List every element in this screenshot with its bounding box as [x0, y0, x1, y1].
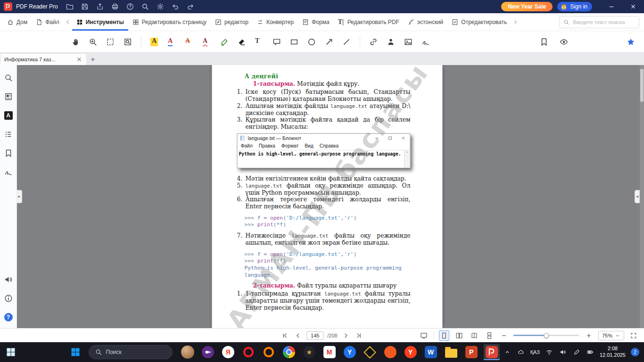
- menu-scroll-left-button[interactable]: [64, 16, 72, 28]
- close-window-button[interactable]: [622, 0, 644, 13]
- search-button[interactable]: [141, 2, 149, 11]
- undo-button[interactable]: [171, 2, 180, 11]
- expand-right-panel-button[interactable]: ◀: [635, 190, 640, 203]
- sidebar-annotations-panel-button[interactable]: A: [3, 110, 14, 121]
- volume-icon[interactable]: [559, 348, 567, 356]
- fullscreen-button[interactable]: [629, 331, 638, 340]
- rectangle-tool-button[interactable]: [289, 35, 300, 49]
- vertical-scrollbar[interactable]: [640, 65, 644, 328]
- expand-left-panel-button[interactable]: ▶: [17, 190, 22, 203]
- book-view-button[interactable]: [469, 330, 479, 341]
- tab-converter[interactable]: Конвертер: [253, 13, 298, 31]
- marker-tool-button[interactable]: [219, 35, 230, 49]
- pen-icon[interactable]: [572, 348, 581, 356]
- image-tool-button[interactable]: [403, 35, 414, 49]
- signature-tool-button[interactable]: [420, 35, 431, 49]
- zoom-tool-button[interactable]: [87, 35, 99, 49]
- underline-tool-button[interactable]: A: [166, 35, 178, 49]
- app-yandex-browser[interactable]: Я: [220, 344, 236, 360]
- link-tool-button[interactable]: [368, 35, 379, 49]
- start-button[interactable]: [5, 344, 17, 360]
- page-search-tool-button[interactable]: [122, 35, 133, 49]
- help-button[interactable]: [126, 2, 134, 11]
- arrow-tool-button[interactable]: [323, 35, 335, 49]
- zoom-slider[interactable]: [513, 335, 579, 336]
- save-button[interactable]: [81, 2, 89, 11]
- hand-tool-button[interactable]: [70, 35, 81, 49]
- sidebar-thumbnails-panel-button[interactable]: [3, 91, 14, 102]
- app-game-diamond[interactable]: [362, 344, 378, 360]
- new-tab-button[interactable]: [87, 54, 99, 65]
- zoom-in-button[interactable]: [584, 331, 594, 340]
- tab-editor[interactable]: редактор: [211, 13, 253, 31]
- app-yandex[interactable]: Y: [403, 344, 419, 360]
- last-page-button[interactable]: [355, 331, 364, 340]
- squiggly-tool-button[interactable]: A: [201, 35, 213, 49]
- line-tool-button[interactable]: [341, 35, 352, 49]
- next-page-button[interactable]: [341, 331, 351, 340]
- sidebar-outline-panel-button[interactable]: [3, 129, 14, 140]
- app-blue-y[interactable]: Y: [342, 344, 358, 360]
- tab-edit-page[interactable]: Редактировать страницу: [128, 13, 211, 31]
- print-button[interactable]: [111, 2, 119, 11]
- tray-expand-button[interactable]: [503, 348, 512, 356]
- strikeout-tool-button[interactable]: A: [184, 35, 195, 49]
- document-tab[interactable]: Информатика 7 каз...: [0, 53, 87, 65]
- app-browser-orange[interactable]: [261, 344, 277, 360]
- tab-file[interactable]: Файл: [32, 13, 64, 31]
- previous-page-button[interactable]: [293, 331, 303, 340]
- language-indicator[interactable]: ҚАЗ: [530, 349, 540, 355]
- zoom-level-dropdown[interactable]: 75%: [598, 331, 624, 340]
- new-year-sale-button[interactable]: New Year Sale: [501, 2, 553, 11]
- redo-button[interactable]: [186, 2, 195, 11]
- tab-form[interactable]: Форма: [298, 13, 333, 31]
- taskbar-search[interactable]: Поиск: [89, 345, 173, 359]
- app-game-dark[interactable]: ★: [301, 344, 317, 360]
- app-powerpoint[interactable]: P: [463, 344, 479, 360]
- ellipse-tool-button[interactable]: [306, 35, 317, 49]
- reading-mode-button[interactable]: [419, 330, 429, 341]
- favorites-button[interactable]: [625, 35, 636, 49]
- clock[interactable]: 2:08 12.01.2025: [600, 346, 626, 359]
- app-video[interactable]: [200, 344, 216, 360]
- app-user-avatar[interactable]: [180, 344, 196, 360]
- search-input[interactable]: [572, 19, 635, 25]
- tab-tools[interactable]: Инструменты: [72, 13, 128, 31]
- battery-icon[interactable]: [586, 348, 594, 356]
- task-view-button[interactable]: [69, 344, 82, 360]
- sidebar-search-panel-button[interactable]: [3, 73, 14, 83]
- tab-edit[interactable]: Отредактировать: [447, 13, 511, 31]
- tab-estonian[interactable]: эстонский: [404, 13, 447, 31]
- select-tool-button[interactable]: [105, 35, 116, 49]
- bookmark-tool-button[interactable]: [538, 35, 550, 49]
- zoom-slider-thumb[interactable]: [544, 333, 549, 338]
- app-word[interactable]: W: [423, 344, 439, 360]
- page-number-input[interactable]: [306, 331, 323, 340]
- sidebar-signatures-panel-button[interactable]: [3, 167, 14, 177]
- stamp-tool-button[interactable]: [385, 35, 396, 49]
- sidebar-help-center-button[interactable]: ?: [3, 312, 14, 322]
- app-explorer[interactable]: [443, 344, 459, 360]
- menu-scroll-right-button[interactable]: [511, 16, 520, 28]
- notification-badge[interactable]: 2: [631, 348, 639, 356]
- app-opera[interactable]: [240, 344, 256, 360]
- continuous-view-button[interactable]: [484, 330, 495, 341]
- app-chrome[interactable]: [281, 344, 297, 360]
- single-page-view-button[interactable]: [439, 330, 449, 341]
- eraser-tool-button[interactable]: [236, 35, 248, 49]
- sidebar-document-info-button[interactable]: [3, 293, 14, 304]
- sidebar-bookmarks-panel-button[interactable]: [3, 148, 14, 158]
- open-file-button[interactable]: [66, 2, 74, 11]
- cloud-icon[interactable]: [517, 348, 525, 356]
- two-page-view-button[interactable]: [454, 330, 464, 341]
- text-tool-button[interactable]: T: [254, 35, 265, 49]
- preview-tool-button[interactable]: [558, 35, 570, 49]
- app-pdf-reader-pro[interactable]: [484, 344, 500, 360]
- minimize-window-button[interactable]: [601, 0, 622, 13]
- sign-in-button[interactable]: Sign in: [557, 2, 592, 11]
- tab-close-icon[interactable]: [76, 56, 83, 63]
- app-game-orange[interactable]: [382, 344, 398, 360]
- tab-edit-pdf[interactable]: T|Редактировать PDF: [334, 13, 404, 31]
- comment-tool-button[interactable]: [271, 35, 282, 49]
- settings-button[interactable]: [156, 2, 165, 11]
